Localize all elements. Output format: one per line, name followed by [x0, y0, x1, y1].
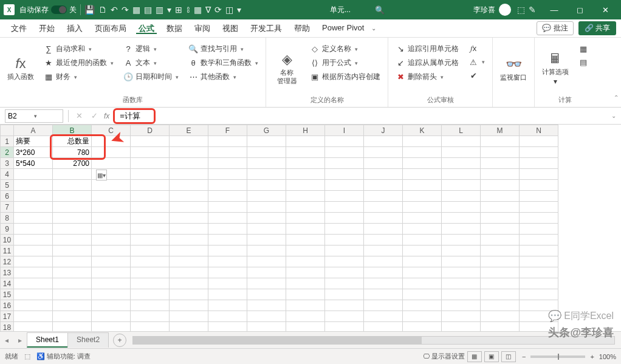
cell[interactable]: [92, 191, 131, 202]
cell[interactable]: [403, 256, 442, 267]
cell[interactable]: 总数量: [53, 136, 92, 147]
cell[interactable]: [364, 169, 403, 180]
column-header[interactable]: E: [170, 125, 208, 136]
row-header[interactable]: 10: [1, 235, 14, 246]
cell[interactable]: [442, 311, 481, 322]
cell[interactable]: [364, 180, 403, 191]
cell[interactable]: [286, 300, 325, 311]
cell[interactable]: [247, 289, 286, 300]
cell[interactable]: [14, 278, 53, 289]
cell[interactable]: [92, 235, 131, 246]
cell[interactable]: [14, 191, 53, 202]
formula-bar-expand-icon[interactable]: ⌄: [611, 112, 616, 119]
ribbon-display-icon[interactable]: ⬚: [517, 5, 525, 15]
cell[interactable]: [92, 147, 131, 158]
pen-icon[interactable]: ✎: [529, 5, 536, 15]
column-header[interactable]: C: [92, 125, 131, 136]
cell[interactable]: [131, 256, 170, 267]
cell[interactable]: [364, 213, 403, 224]
menu-tab-插入[interactable]: 插入: [61, 23, 89, 34]
cell[interactable]: [286, 224, 325, 235]
sheet-tab[interactable]: Sheet1: [27, 332, 68, 348]
cell[interactable]: [520, 169, 558, 180]
column-header[interactable]: I: [325, 125, 364, 136]
cell[interactable]: [325, 256, 364, 267]
cell[interactable]: [53, 322, 92, 332]
row-header[interactable]: 15: [1, 289, 14, 300]
autosave-toggle[interactable]: 自动保存 关: [19, 5, 77, 15]
cell[interactable]: [286, 147, 325, 158]
recent-functions-button[interactable]: ★最近使用的函数▾: [41, 57, 116, 69]
cell[interactable]: [325, 191, 364, 202]
column-header[interactable]: N: [520, 125, 558, 136]
row-header[interactable]: 11: [1, 246, 14, 256]
cell[interactable]: [325, 180, 364, 191]
cell[interactable]: [520, 256, 558, 267]
row-header[interactable]: 12: [1, 256, 14, 267]
cell[interactable]: [403, 278, 442, 289]
cell[interactable]: [325, 169, 364, 180]
cell[interactable]: [92, 256, 131, 267]
formula-input[interactable]: =计算: [113, 108, 156, 124]
zoom-in-button[interactable]: +: [590, 353, 594, 360]
column-header[interactable]: M: [481, 125, 520, 136]
cell[interactable]: [364, 147, 403, 158]
cell[interactable]: [92, 136, 131, 147]
comments-button[interactable]: 💬 批注: [537, 21, 573, 35]
row-header[interactable]: 18: [1, 322, 14, 332]
insert-function-button[interactable]: fx 插入函数: [5, 40, 36, 94]
cell[interactable]: 摘要: [14, 136, 53, 147]
cell[interactable]: [481, 256, 520, 267]
cell[interactable]: [92, 289, 131, 300]
cell[interactable]: [520, 278, 558, 289]
cell[interactable]: [520, 180, 558, 191]
cell[interactable]: [520, 136, 558, 147]
cell[interactable]: [14, 256, 53, 267]
cell[interactable]: [208, 311, 247, 322]
cell[interactable]: [208, 256, 247, 267]
error-checking-button[interactable]: ⚠▾: [466, 56, 487, 68]
create-from-selection-button[interactable]: ▣根据所选内容创建: [307, 70, 383, 83]
maximize-button[interactable]: ◻: [568, 1, 592, 18]
accept-formula-button[interactable]: ✓: [89, 111, 100, 120]
cell[interactable]: [131, 202, 170, 213]
cell[interactable]: [208, 202, 247, 213]
row-header[interactable]: 7: [1, 202, 14, 213]
cell[interactable]: [92, 246, 131, 256]
view-page-layout-button[interactable]: ▣: [484, 351, 499, 362]
cell[interactable]: [92, 224, 131, 235]
cell[interactable]: [131, 169, 170, 180]
new-icon[interactable]: 🗋: [98, 5, 107, 15]
record-macro-icon[interactable]: ⬚: [24, 352, 30, 360]
cell[interactable]: [131, 289, 170, 300]
financial-button[interactable]: ▦财务▾: [41, 70, 116, 83]
cell[interactable]: [442, 213, 481, 224]
cell[interactable]: [442, 147, 481, 158]
evaluate-formula-button[interactable]: ✔: [466, 69, 487, 81]
cell[interactable]: [286, 267, 325, 278]
menu-overflow-icon[interactable]: ⌄: [371, 25, 376, 32]
cell[interactable]: [286, 256, 325, 267]
cell[interactable]: [481, 322, 520, 332]
watch-window-button[interactable]: 👓 监视窗口: [498, 40, 529, 96]
menu-tab-视图[interactable]: 视图: [216, 23, 244, 34]
cell[interactable]: [442, 224, 481, 235]
cell[interactable]: [208, 224, 247, 235]
calc-now-button[interactable]: ▦: [576, 43, 591, 55]
cell[interactable]: [481, 300, 520, 311]
row-header[interactable]: 5: [1, 180, 14, 191]
cell[interactable]: [481, 147, 520, 158]
cell[interactable]: [247, 278, 286, 289]
lookup-button[interactable]: 🔍查找与引用▾: [186, 43, 261, 55]
row-header[interactable]: 17: [1, 311, 14, 322]
cell[interactable]: [53, 213, 92, 224]
qat-icon[interactable]: ◫: [225, 5, 233, 15]
cell[interactable]: [481, 158, 520, 169]
qat-dropdown-icon[interactable]: ▾: [237, 5, 241, 15]
cell[interactable]: [208, 278, 247, 289]
cell[interactable]: [170, 289, 208, 300]
column-header[interactable]: B: [53, 125, 92, 136]
cell[interactable]: [325, 213, 364, 224]
cell[interactable]: [364, 158, 403, 169]
cell[interactable]: [247, 191, 286, 202]
